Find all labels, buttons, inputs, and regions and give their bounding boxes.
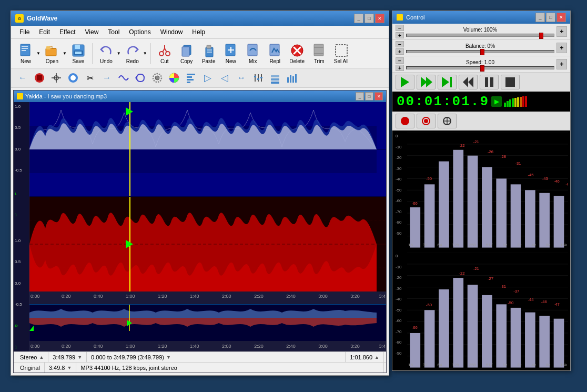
undo-button[interactable]: Undo <box>96 41 117 66</box>
volume-thumb[interactable] <box>539 33 543 39</box>
record-button[interactable] <box>396 114 414 128</box>
volume-plus-btn[interactable]: + <box>396 32 404 38</box>
close-button[interactable]: ✕ <box>375 14 384 23</box>
minimize-button[interactable]: _ <box>354 14 363 23</box>
loop-play-button[interactable] <box>417 75 436 89</box>
save-button[interactable]: Save <box>68 41 89 66</box>
svg-rect-47 <box>187 82 190 83</box>
rewind-button[interactable] <box>459 75 478 89</box>
new2-button[interactable]: New <box>220 41 241 66</box>
stop-circle-btn[interactable] <box>32 71 47 85</box>
sr-arrow[interactable]: ▼ <box>67 365 72 370</box>
menu-edit[interactable]: Edit <box>35 27 54 37</box>
spectrum-bottom-panel: 0 -10 -20 -30 -40 -50 -60 -70 -80 -90 <box>392 250 570 370</box>
waveform-display[interactable]: 0:00 0:20 0:40 1:00 1:20 1:40 2:00 2:20 … <box>29 102 386 351</box>
menu-options[interactable]: Options <box>125 27 155 37</box>
paste-button[interactable]: Paste <box>198 41 219 66</box>
play-to-end-button[interactable] <box>438 75 457 89</box>
balance-minus-btn[interactable]: − <box>396 41 404 47</box>
balance-track[interactable] <box>406 50 554 53</box>
volume-max-btn[interactable]: + <box>556 26 567 37</box>
timer-display: 00:01:01.9 ▶ <box>392 92 570 112</box>
position-arrow[interactable]: ▲ <box>375 355 379 360</box>
new-button[interactable]: New <box>15 41 36 66</box>
duration-arrow[interactable]: ▼ <box>77 355 82 360</box>
crosshair-btn[interactable] <box>49 71 64 85</box>
cut-button[interactable]: Cut <box>154 41 175 66</box>
paste-label: Paste <box>202 58 216 64</box>
marker-button[interactable] <box>438 114 457 128</box>
spectrum-bottom-xlabels: 16 32 64 129 258 517 1k 2k 4k 8k 16k <box>407 363 568 367</box>
menu-effect[interactable]: Effect <box>55 27 79 37</box>
trim-button[interactable]: Trim <box>309 41 330 66</box>
new-dropdown[interactable]: ▼ <box>36 51 41 56</box>
svg-rect-98 <box>453 150 463 248</box>
audio-maximize-btn[interactable]: □ <box>365 92 373 100</box>
undo-dropdown[interactable]: ▼ <box>117 51 121 56</box>
status-position: 1:01.860 ▲ <box>346 352 384 362</box>
menu-help[interactable]: Help <box>188 27 209 37</box>
open-dropdown[interactable]: ▼ <box>63 51 67 56</box>
skip-right-btn[interactable]: ▷ <box>200 71 215 85</box>
speed-minus-btn[interactable]: − <box>396 57 404 64</box>
control-minimize-btn[interactable]: _ <box>535 13 545 22</box>
layers-btn[interactable] <box>268 71 282 85</box>
control-close-btn[interactable]: ✕ <box>556 13 566 22</box>
color-btn[interactable] <box>167 71 181 85</box>
skip-left-btn[interactable]: ◁ <box>217 71 232 85</box>
redo-button[interactable]: Redo <box>122 41 143 66</box>
menu-file[interactable]: File <box>15 27 34 37</box>
maximize-button[interactable]: □ <box>365 14 374 23</box>
arrow-right-btn[interactable]: → <box>99 71 114 85</box>
gear-btn[interactable] <box>150 71 165 85</box>
main-window: G GoldWave _ □ ✕ File Edit Effect View T… <box>11 11 389 376</box>
copy-button[interactable]: Copy <box>176 41 197 66</box>
status-bar-2: Original 3:49.8 ▼ MP3 44100 Hz, 128 kbps… <box>14 362 386 373</box>
menu-window[interactable]: Window <box>156 27 187 37</box>
loop-circle-btn[interactable] <box>66 71 80 85</box>
speed-thumb[interactable] <box>480 65 484 72</box>
volume-minus-btn[interactable]: − <box>396 25 404 31</box>
menu-view[interactable]: View <box>81 27 103 37</box>
mix-button[interactable]: Mix <box>242 41 264 66</box>
channel-right-waveform[interactable] <box>29 197 386 292</box>
overview-bar[interactable] <box>29 304 386 341</box>
balance-thumb[interactable] <box>480 49 484 55</box>
balance-max-btn[interactable]: + <box>556 43 567 53</box>
repl-button[interactable]: Repl <box>265 41 286 66</box>
delete-button[interactable]: Delete <box>287 41 308 66</box>
speed-plus-btn[interactable]: + <box>396 65 404 71</box>
channel-arrow[interactable]: ▲ <box>39 355 44 360</box>
control-maximize-btn[interactable]: □ <box>546 13 555 22</box>
play-button[interactable] <box>396 75 414 89</box>
equalizer-btn[interactable] <box>285 71 299 85</box>
audio-close-btn[interactable]: ✕ <box>375 92 383 100</box>
align-btn[interactable] <box>184 71 198 85</box>
volume-track[interactable] <box>406 34 554 37</box>
spectrum-top-panel: 0 -10 -20 -30 -40 -50 -60 -70 -80 -90 <box>392 130 570 250</box>
svg-text:-37: -37 <box>513 289 519 294</box>
svg-text:-66: -66 <box>412 325 418 330</box>
speed-track[interactable] <box>406 66 554 69</box>
audio-minimize-btn[interactable]: _ <box>356 92 364 100</box>
menu-tool[interactable]: Tool <box>104 27 124 37</box>
loop-arrow-btn[interactable] <box>133 71 148 85</box>
paste-icon <box>201 43 217 58</box>
record-monitor-button[interactable] <box>417 114 436 128</box>
back-arrow-btn[interactable]: ← <box>15 71 30 85</box>
pause-button[interactable] <box>480 75 499 89</box>
selection-arrow[interactable]: ▼ <box>166 355 171 360</box>
channel-left-waveform[interactable] <box>29 102 386 197</box>
svg-text:-21: -21 <box>473 139 479 144</box>
speed-max-btn[interactable]: + <box>556 59 567 69</box>
curve-btn[interactable] <box>116 71 131 85</box>
expand-btn[interactable]: ↔ <box>234 71 249 85</box>
mixer-btn[interactable] <box>251 71 266 85</box>
scissors-btn[interactable]: ✂ <box>83 71 97 85</box>
svg-rect-99 <box>468 156 478 248</box>
balance-plus-btn[interactable]: + <box>396 48 404 55</box>
redo-dropdown[interactable]: ▼ <box>143 51 147 56</box>
stop-button[interactable] <box>501 75 520 89</box>
sel-all-button[interactable]: Sel All <box>331 41 352 66</box>
open-button[interactable]: Open <box>42 41 63 66</box>
